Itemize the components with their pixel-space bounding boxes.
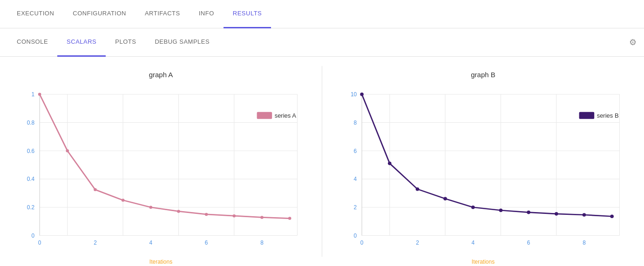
svg-point-32 [288,217,291,220]
tab-info[interactable]: INFO [190,0,224,28]
chart-b-title: graph B [471,71,495,79]
svg-text:8: 8 [260,239,264,246]
svg-point-62 [471,206,475,209]
tab-results[interactable]: RESULTS [224,0,271,28]
tab-artifacts[interactable]: ARTIFACTS [136,0,190,28]
svg-text:0.2: 0.2 [27,204,35,211]
tab-execution[interactable]: EXECUTION [7,0,63,28]
svg-point-27 [149,206,153,209]
svg-text:2: 2 [416,239,419,246]
svg-rect-68 [579,112,595,119]
svg-point-64 [527,211,530,214]
svg-text:0.4: 0.4 [27,176,35,182]
svg-text:4: 4 [354,176,357,182]
tab-scalars[interactable]: SCALARS [57,28,106,57]
tab-debug-samples[interactable]: DEBUG SAMPLES [145,28,219,57]
svg-point-58 [360,93,364,96]
svg-text:series A: series A [275,112,297,119]
svg-text:6: 6 [354,148,357,154]
svg-text:0: 0 [354,233,357,239]
chart-b-wrapper: 10 8 6 4 2 0 0 2 4 6 8 [332,83,635,257]
svg-text:2: 2 [94,239,97,246]
tab-configuration[interactable]: CONFIGURATION [63,0,136,28]
chart-a-title: graph A [149,71,173,79]
sub-nav: CONSOLE SCALARS PLOTS DEBUG SAMPLES ⚙ [0,28,644,57]
svg-text:series B: series B [597,112,619,119]
svg-text:0.8: 0.8 [27,120,35,126]
svg-point-29 [205,213,208,216]
chart-a-container: graph A 1 0.8 0.6 [0,66,322,257]
tab-console[interactable]: CONSOLE [7,28,57,57]
svg-point-30 [233,214,236,218]
svg-text:1: 1 [32,91,35,98]
svg-text:4: 4 [149,239,152,246]
chart-b-x-label: Iterations [472,259,495,265]
svg-point-24 [66,149,69,153]
chart-a-x-label: Iterations [149,259,172,265]
svg-text:8: 8 [354,120,357,126]
svg-text:0.6: 0.6 [27,148,35,154]
svg-point-25 [94,188,97,192]
svg-text:6: 6 [527,239,530,246]
svg-point-65 [555,212,558,216]
svg-point-26 [122,199,125,202]
svg-point-63 [499,208,503,212]
top-nav: EXECUTION CONFIGURATION ARTIFACTS INFO R… [0,0,644,28]
svg-text:8: 8 [583,239,586,246]
svg-rect-33 [257,112,272,119]
charts-area: graph A 1 0.8 0.6 [0,57,644,266]
svg-text:2: 2 [354,204,357,211]
svg-text:0: 0 [38,239,41,246]
svg-point-28 [177,210,180,213]
svg-point-23 [38,93,41,96]
svg-point-60 [416,187,420,191]
svg-point-31 [260,216,264,219]
svg-text:6: 6 [205,239,208,246]
svg-point-59 [388,162,392,166]
svg-point-66 [583,213,586,217]
tab-plots[interactable]: PLOTS [106,28,145,57]
svg-point-61 [443,197,447,200]
svg-text:0: 0 [32,233,35,239]
svg-point-67 [610,214,614,218]
chart-b-svg: 10 8 6 4 2 0 0 2 4 6 8 [332,83,635,257]
svg-text:4: 4 [471,239,475,246]
svg-text:10: 10 [351,91,357,98]
chart-a-wrapper: 1 0.8 0.6 0.4 0.2 0 0 2 4 6 8 [9,83,312,257]
svg-text:0: 0 [360,239,364,246]
chart-b-container: graph B 10 8 6 [322,66,644,257]
chart-a-svg: 1 0.8 0.6 0.4 0.2 0 0 2 4 6 8 [9,83,312,257]
gear-icon[interactable]: ⚙ [629,37,637,47]
